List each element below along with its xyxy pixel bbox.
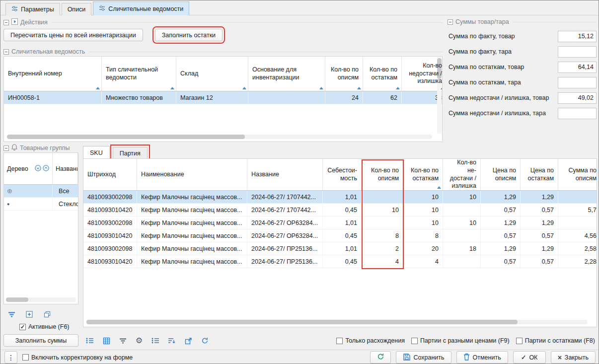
- table-row[interactable]: 4810093010420Кефир Малочны гасцінец масс…: [83, 229, 597, 242]
- table-row[interactable]: 4810093002098Кефир Малочны гасцінец масс…: [83, 191, 597, 204]
- tree-name-cell: Все: [53, 185, 78, 197]
- sort-filter-icon[interactable]: [167, 336, 177, 346]
- checkbox-label: Партии с разными ценами (F9): [420, 337, 510, 344]
- tree-column-header[interactable]: Название: [53, 153, 78, 184]
- detail-toolbar: ⚙ Только расхождения Партии с разными це…: [83, 333, 597, 348]
- fill-remainders-button[interactable]: Заполнить остатки: [155, 29, 223, 41]
- tab-inventories[interactable]: Описи: [62, 3, 92, 15]
- ok-button[interactable]: ✓ ОК: [513, 351, 546, 364]
- column-header[interactable]: Кол-во по остаткам: [403, 159, 443, 190]
- cell: Кефир Малочны гасцінец массов...: [137, 242, 247, 255]
- sum-fact-goods-input[interactable]: [558, 31, 597, 42]
- column-header[interactable]: Внутренний номер: [4, 57, 102, 91]
- sum-fact-tare-input[interactable]: [558, 46, 597, 58]
- column-header[interactable]: Цена по описям: [481, 159, 521, 190]
- sum-shortage-tare-input[interactable]: [558, 108, 597, 119]
- collapse-icon[interactable]: [3, 20, 9, 25]
- column-header[interactable]: Кол-во не-достачи / излишка: [443, 159, 481, 190]
- column-header[interactable]: Сумма по описям: [558, 159, 597, 190]
- cell: 2024-06-27/ ПР25136...: [247, 242, 323, 255]
- view-list-icon[interactable]: [85, 336, 95, 346]
- collapse-all-icon[interactable]: [35, 165, 41, 173]
- column-header[interactable]: Цена по остаткам: [521, 159, 558, 190]
- only-discrepancies-checkbox[interactable]: Только расхождения: [336, 337, 405, 344]
- cell: 2,58: [558, 242, 597, 255]
- tree-expander-cell[interactable]: ⊕: [4, 185, 53, 197]
- collapse-icon[interactable]: [448, 19, 453, 25]
- cell: Кефир Малочны гасцінец массов...: [137, 217, 247, 229]
- refresh-button[interactable]: [370, 351, 391, 364]
- fill-sums-button[interactable]: Заполнить суммы: [3, 334, 78, 347]
- active-groups-checkbox[interactable]: ✓ Активные (F6): [19, 323, 70, 330]
- cell: 2024-06-27/ ОР63284...: [247, 217, 323, 229]
- column-header[interactable]: Штрихкод: [83, 159, 137, 190]
- scroll-thumb[interactable]: [86, 320, 518, 324]
- column-header[interactable]: Кол-во по описям: [362, 159, 403, 190]
- column-header[interactable]: Кол-во недостачи / излишка: [402, 57, 443, 91]
- tree-expander-cell[interactable]: ●: [4, 198, 53, 210]
- column-header[interactable]: Название: [247, 159, 323, 190]
- cell: 4810093002098: [83, 191, 137, 203]
- filter-icon[interactable]: [118, 336, 128, 346]
- sort-indicator-icon: [441, 87, 443, 89]
- save-button[interactable]: Сохранить: [396, 351, 451, 364]
- table-row[interactable]: 4810093002098Кефир Малочны гасцінец масс…: [83, 242, 597, 255]
- horizontal-scrollbar[interactable]: [86, 320, 588, 324]
- horizontal-scrollbar[interactable]: [7, 135, 432, 139]
- cell: 18: [443, 242, 481, 255]
- refresh-icon[interactable]: [200, 336, 210, 346]
- column-label: Кол-во по остаткам: [407, 167, 439, 182]
- scroll-thumb[interactable]: [7, 135, 245, 139]
- collapse-icon[interactable]: [3, 49, 9, 55]
- cell: 4810093002098: [83, 242, 137, 255]
- column-header[interactable]: Наименование: [137, 159, 247, 190]
- more-options-button[interactable]: ⋮: [4, 351, 17, 364]
- different-prices-checkbox[interactable]: Партии с разными ценами (F9): [411, 337, 510, 344]
- numbered-list-icon[interactable]: [150, 336, 160, 346]
- cancel-button[interactable]: Отменить: [456, 351, 508, 364]
- column-label: Кол-во по описям: [329, 66, 359, 81]
- column-header[interactable]: Кол-во по остаткам: [363, 57, 402, 91]
- column-header[interactable]: Кол-во по описям: [325, 57, 363, 91]
- sum-field-row: Сумма недостачи / излишка, тара: [449, 107, 597, 119]
- tab-comparison-statements[interactable]: Сличительные ведомости: [93, 1, 189, 15]
- tree-filter-icon[interactable]: [6, 309, 16, 319]
- add-group-icon[interactable]: [24, 309, 34, 319]
- column-header[interactable]: Склад: [176, 57, 248, 91]
- horizontal-scrollbar[interactable]: [6, 297, 76, 302]
- table-row[interactable]: 4810093010420Кефир Малочны гасцінец масс…: [83, 204, 597, 217]
- cell: [443, 255, 481, 268]
- tab-parameters[interactable]: Параметры: [5, 3, 60, 15]
- cell: 24: [325, 91, 363, 104]
- enable-adjustment-checkbox[interactable]: Включить корректировку на форме: [22, 354, 133, 361]
- settings-gear-icon[interactable]: ⚙: [134, 336, 144, 346]
- tab-sku[interactable]: SKU: [83, 146, 110, 159]
- column-header[interactable]: Тип сличительной ведомости: [102, 57, 176, 91]
- with-remainders-checkbox[interactable]: Партии с остатками (F8): [516, 337, 595, 344]
- sort-indicator-icon: [319, 87, 323, 89]
- sum-remainders-tare-input[interactable]: [558, 77, 597, 88]
- column-header[interactable]: Себестои-мость: [323, 159, 362, 190]
- tab-partiya[interactable]: Партия: [113, 147, 148, 159]
- expand-node-icon[interactable]: ⊕: [7, 187, 12, 195]
- copy-icon[interactable]: [42, 309, 52, 319]
- tree-row-all[interactable]: ⊕ Все: [4, 185, 78, 198]
- table-row[interactable]: 4810093010420Кефир Малочны гасцінец масс…: [83, 255, 597, 268]
- tree-row-steklo[interactable]: ● Стекло: [4, 198, 78, 211]
- recalc-prices-button[interactable]: Пересчитать цены по всей инвентаризации: [3, 29, 143, 41]
- table-row[interactable]: ИН00058-1Множество товаровМагазин 122462…: [4, 91, 442, 104]
- column-header[interactable]: Основание для инвентаризации: [248, 57, 325, 91]
- sort-indicator-icon: [96, 87, 100, 89]
- table-row[interactable]: 4810093002098Кефир Малочны гасцінец масс…: [83, 217, 597, 229]
- sum-shortage-goods-input[interactable]: [558, 92, 597, 104]
- bell-icon: [11, 144, 17, 152]
- view-grid-icon[interactable]: [101, 336, 111, 346]
- close-button[interactable]: × Закрыть: [551, 351, 596, 364]
- export-icon[interactable]: [183, 336, 193, 346]
- cell: 2024-06-27/ 1707442...: [247, 191, 323, 203]
- scroll-thumb[interactable]: [6, 297, 28, 302]
- expand-all-icon[interactable]: [43, 165, 49, 173]
- collapse-icon[interactable]: [3, 146, 9, 151]
- tree-column-header[interactable]: Дерево: [4, 153, 53, 184]
- sum-remainders-goods-input[interactable]: [558, 62, 597, 73]
